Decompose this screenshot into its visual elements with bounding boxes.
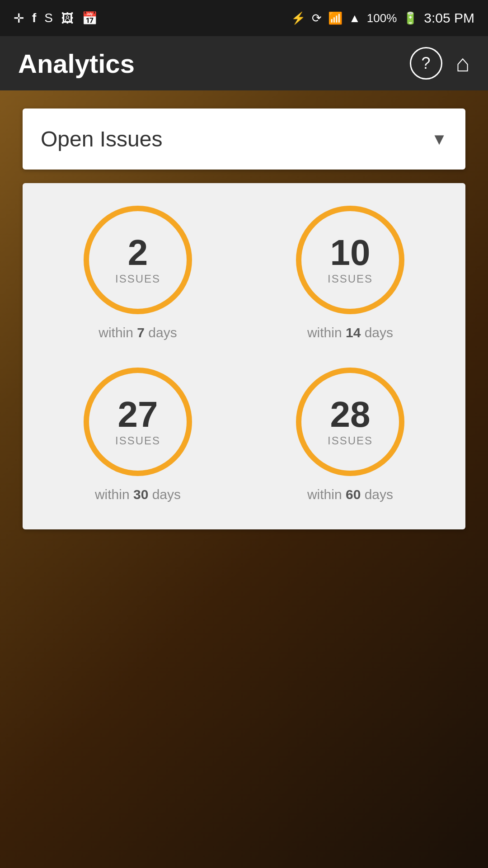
issue-circle-7days: 2 ISSUES: [84, 206, 192, 314]
issues-label-14days: ISSUES: [328, 273, 373, 285]
days-count-30days: 30: [133, 487, 148, 502]
issues-label-30days: ISSUES: [115, 434, 160, 447]
issue-count-14days: 10: [330, 235, 371, 271]
question-mark-icon: ?: [422, 54, 431, 73]
time-label-30days: within 30 days: [95, 487, 181, 502]
nav-bar: Analytics ? ⌂: [0, 36, 488, 90]
issue-cell-30days: 27 ISSUES within 30 days: [36, 368, 239, 502]
home-button[interactable]: ⌂: [456, 50, 470, 77]
issue-circle-30days: 27 ISSUES: [84, 368, 192, 476]
skype-icon: S: [44, 11, 53, 25]
days-word-7days: days: [148, 325, 177, 340]
dropdown-label: Open Issues: [41, 127, 162, 151]
issues-label-60days: ISSUES: [328, 434, 373, 447]
time-label-60days: within 60 days: [307, 487, 393, 502]
time-label-14days: within 14 days: [307, 325, 393, 340]
days-count-60days: 60: [346, 487, 361, 502]
issue-cell-14days: 10 ISSUES within 14 days: [249, 206, 452, 340]
battery-percentage: 100%: [367, 11, 397, 25]
analytics-grid: 2 ISSUES within 7 days 10 ISSUES within …: [36, 206, 452, 502]
photos-icon: 🖼: [61, 11, 74, 26]
issues-label-7days: ISSUES: [115, 273, 160, 285]
help-button[interactable]: ?: [410, 47, 442, 80]
days-word-14days: days: [365, 325, 393, 340]
issue-cell-7days: 2 ISSUES within 7 days: [36, 206, 239, 340]
time-label-7days: within 7 days: [99, 325, 177, 340]
home-icon: ⌂: [456, 50, 470, 76]
wifi-icon: 📶: [328, 11, 343, 25]
nav-icons: ? ⌂: [410, 47, 470, 80]
chevron-down-icon: ▼: [431, 130, 447, 149]
days-count-7days: 7: [137, 325, 145, 340]
add-icon: ✛: [14, 11, 24, 26]
category-dropdown[interactable]: Open Issues ▼: [23, 108, 465, 170]
status-bar-right: ⚡ ⟳ 📶 ▲ 100% 🔋 3:05 PM: [291, 10, 474, 26]
days-word-60days: days: [365, 487, 393, 502]
issue-circle-14days: 10 ISSUES: [296, 206, 404, 314]
facebook-icon: f: [32, 11, 36, 25]
main-content: Open Issues ▼ 2 ISSUES within 7 days 10 …: [0, 90, 488, 547]
calendar-icon: 📅: [82, 11, 98, 26]
issue-count-7days: 2: [128, 235, 148, 271]
days-word-30days: days: [152, 487, 181, 502]
issue-count-60days: 28: [330, 396, 371, 433]
days-count-14days: 14: [346, 325, 361, 340]
status-bar-left: ✛ f S 🖼 📅: [14, 11, 98, 26]
battery-icon: 🔋: [403, 11, 418, 25]
analytics-card: 2 ISSUES within 7 days 10 ISSUES within …: [23, 183, 465, 529]
page-title: Analytics: [18, 48, 135, 79]
bluetooth-icon: ⚡: [291, 11, 305, 25]
signal-icon: ▲: [349, 11, 361, 25]
status-bar: ✛ f S 🖼 📅 ⚡ ⟳ 📶 ▲ 100% 🔋 3:05 PM: [0, 0, 488, 36]
issue-circle-60days: 28 ISSUES: [296, 368, 404, 476]
time-display: 3:05 PM: [424, 10, 474, 26]
network-icon: ⟳: [312, 11, 322, 25]
issue-count-30days: 27: [118, 396, 158, 433]
issue-cell-60days: 28 ISSUES within 60 days: [249, 368, 452, 502]
